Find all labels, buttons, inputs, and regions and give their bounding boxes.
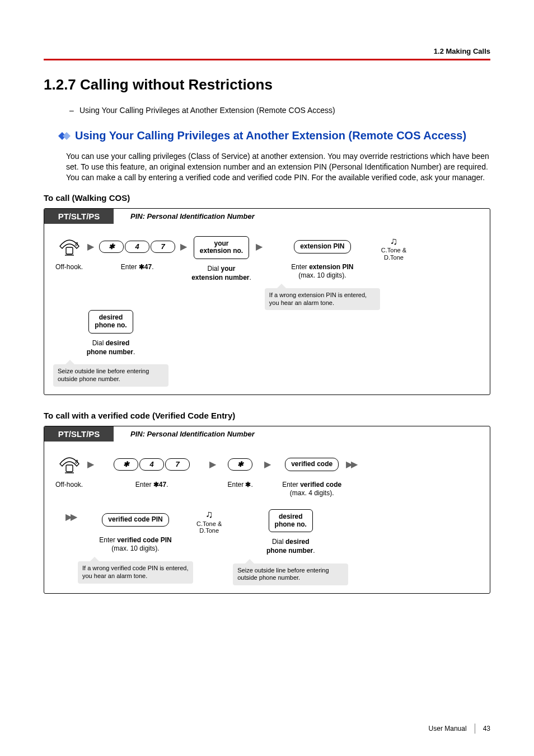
- procedure1-banner: PT/SLT/PS PIN: Personal Identification N…: [44, 209, 490, 224]
- key-7: 7: [165, 458, 190, 471]
- step-offhook: Off-hook.: [55, 454, 83, 490]
- section-bullet: –Using Your Calling Privileges at Anothe…: [69, 106, 490, 115]
- caption-verified-code: Enter verified code(max. 4 digits).: [282, 481, 341, 498]
- tone-line1: C.Tone &: [196, 520, 222, 527]
- device-tab: PT/SLT/PS: [44, 426, 114, 442]
- hint-wrong-pin: If a wrong extension PIN is entered, you…: [265, 288, 380, 311]
- bullet-text: Using Your Calling Privileges at Another…: [79, 106, 335, 115]
- footer-page-number: 43: [483, 725, 490, 732]
- step-desired: desiredphone no. Dial desiredphone numbe…: [53, 310, 168, 386]
- tone-icon: ♫: [390, 236, 398, 247]
- step-verified-code: verified code Enter verified code(max. 4…: [282, 454, 341, 498]
- arrow-icon: ▶: [264, 454, 271, 475]
- key-7: 7: [151, 241, 175, 253]
- device-tab: PT/SLT/PS: [44, 209, 114, 224]
- continuation-arrow-icon: ▶▶: [346, 454, 356, 475]
- tone-line1: C.Tone &: [381, 247, 406, 253]
- step-offhook: Off-hook.: [55, 236, 83, 272]
- procedure2-heading: To call with a verified code (Verified C…: [44, 411, 490, 420]
- breadcrumb: 1.2 Making Calls: [44, 47, 490, 55]
- page-footer: User Manual 43: [429, 724, 490, 734]
- pin-note: PIN: Personal Identification Number: [130, 212, 255, 220]
- tone-icon: ♫: [205, 509, 213, 520]
- key-4: 4: [139, 458, 164, 471]
- tone-line2: D.Tone: [199, 527, 219, 534]
- arrow-icon: ▶: [256, 236, 263, 257]
- procedure1-heading: To call (Walking COS): [44, 193, 490, 203]
- svg-rect-4: [66, 465, 73, 472]
- subsection-title-text: Using Your Calling Privileges at Another…: [75, 129, 466, 142]
- step-verified-pin: verified code PIN Enter verified code PI…: [78, 509, 193, 584]
- footer-manual: User Manual: [429, 725, 467, 732]
- caption-star47: Enter ✱47.: [135, 481, 168, 490]
- step-star: ✱ Enter ✱.: [227, 454, 253, 490]
- hint-seize-line: Seize outside line before entering outsi…: [233, 564, 348, 586]
- tone-line2: D.Tone: [384, 254, 404, 261]
- step-tone: ♫ C.Tone & D.Tone: [381, 236, 406, 261]
- step-star47: ✱ 4 7 Enter ✱47.: [99, 236, 176, 272]
- subsection-paragraph: You can use your calling privileges (Cla…: [66, 151, 490, 183]
- procedure2-box: PT/SLT/PS PIN: Personal Identification N…: [44, 426, 490, 594]
- desired-phone-pill: desiredphone no.: [269, 509, 313, 533]
- caption-star47: Enter ✱47.: [121, 263, 154, 272]
- continuation-arrow-icon: ▶▶: [65, 509, 76, 525]
- step-your-ext: yourextension no. Dial yourextension num…: [191, 236, 251, 283]
- hint-wrong-vpin: If a wrong verified code PIN is entered,…: [78, 561, 193, 584]
- svg-marker-1: [63, 132, 71, 140]
- key-4: 4: [125, 241, 149, 253]
- caption-ext-pin: Enter extension PIN(max. 10 digits).: [291, 263, 353, 280]
- arrow-icon: ▶: [87, 236, 94, 257]
- procedure2-flow-line1: Off-hook. ▶ ✱ 4 7 Enter ✱47. ▶ ✱: [44, 442, 490, 506]
- svg-rect-2: [66, 247, 73, 254]
- arrow-icon: ▶: [209, 454, 216, 475]
- your-extension-pill: yourextension no.: [194, 236, 249, 260]
- arrow-icon: ▶: [87, 454, 94, 475]
- procedure2-banner: PT/SLT/PS PIN: Personal Identification N…: [44, 426, 490, 442]
- desired-phone-pill: desiredphone no.: [88, 310, 133, 334]
- subsection-heading: Using Your Calling Privileges at Another…: [58, 128, 490, 143]
- caption-desired: Dial desiredphone number.: [87, 339, 135, 356]
- diamond-icon: [58, 132, 73, 140]
- procedure1-box: PT/SLT/PS PIN: Personal Identification N…: [44, 208, 490, 395]
- verified-code-pill: verified code: [285, 458, 339, 471]
- caption-offhook: Off-hook.: [55, 263, 83, 272]
- caption-verified-pin: Enter verified code PIN(max. 10 digits).: [99, 536, 171, 553]
- arrow-icon: ▶: [180, 236, 187, 257]
- verified-code-pin-pill: verified code PIN: [102, 513, 168, 527]
- header-rule: [44, 59, 490, 60]
- step-desired: desiredphone no. Dial desiredphone numbe…: [233, 509, 348, 585]
- extension-pin-pill: extension PIN: [294, 240, 350, 253]
- procedure2-flow-line2: ▶▶ verified code PIN Enter verified code…: [44, 506, 490, 585]
- phone-icon: [58, 236, 81, 257]
- page: 1.2 Making Calls 1.2.7 Calling without R…: [0, 0, 534, 756]
- caption-desired: Dial desiredphone number.: [266, 538, 315, 555]
- caption-offhook: Off-hook.: [55, 481, 83, 490]
- footer-separator: [475, 724, 475, 734]
- key-star: ✱: [228, 458, 252, 471]
- pin-note: PIN: Personal Identification Number: [130, 430, 255, 438]
- key-star: ✱: [114, 458, 138, 471]
- phone-icon: [58, 454, 81, 475]
- hint-seize-line: Seize outside line before entering outsi…: [53, 364, 168, 387]
- caption-star: Enter ✱.: [227, 481, 252, 490]
- step-ext-pin: extension PIN Enter extension PIN(max. 1…: [265, 236, 380, 311]
- procedure1-flow: Off-hook. ▶ ✱ 4 7 Enter ✱47. ▶ yourexten…: [44, 224, 490, 387]
- caption-your-ext: Dial yourextension number.: [191, 265, 251, 282]
- step-tone: ♫ C.Tone & D.Tone: [196, 509, 222, 534]
- key-star: ✱: [99, 241, 124, 253]
- section-heading: 1.2.7 Calling without Restrictions: [44, 76, 490, 93]
- step-star47: ✱ 4 7 Enter ✱47.: [113, 454, 190, 490]
